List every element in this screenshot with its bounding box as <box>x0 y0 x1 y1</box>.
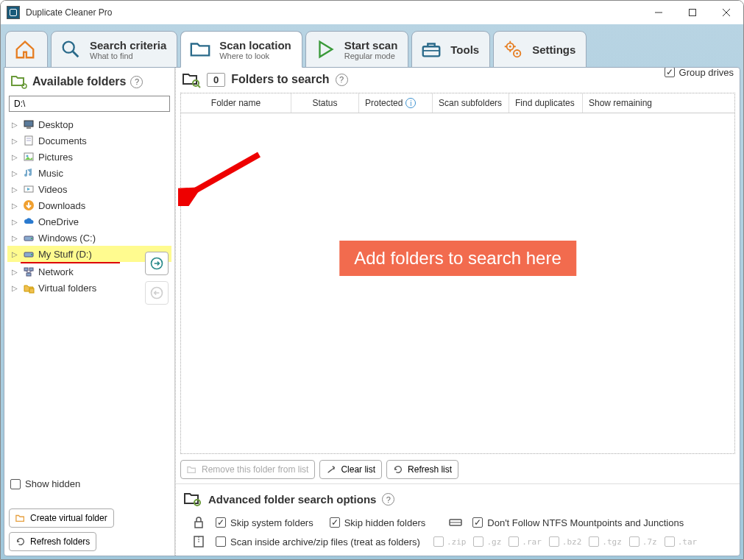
path-input[interactable] <box>9 96 170 112</box>
svg-point-27 <box>31 238 32 239</box>
tree-item[interactable]: ▷Desktop <box>7 116 171 132</box>
expand-icon[interactable]: ▷ <box>12 169 19 177</box>
magnifier-icon <box>59 38 82 61</box>
col-status[interactable]: Status <box>291 93 359 113</box>
skip-hidden-checkbox[interactable]: Skip hidden folders <box>330 517 426 528</box>
tab-label: Tools <box>450 43 479 56</box>
svg-point-9 <box>509 46 511 48</box>
show-hidden-checkbox[interactable]: Show hidden <box>10 478 170 489</box>
col-protected[interactable]: Protectedi <box>359 93 433 113</box>
monitor-icon <box>22 118 35 131</box>
folder-search-icon <box>182 69 201 91</box>
folders-to-search-pane: 0 Folders to search ? Group drives Folde… <box>175 68 740 556</box>
tree-item-label: Windows (C:) <box>38 233 96 244</box>
help-icon[interactable]: ? <box>336 74 348 86</box>
tree-item[interactable]: ▷Music <box>7 165 171 181</box>
tab-sub: What to find <box>90 52 166 60</box>
tree-item[interactable]: ▷Windows (C:) <box>7 230 171 246</box>
advanced-title: Advanced folder search options <box>208 493 376 506</box>
folder-icon <box>188 38 212 61</box>
add-folder-button[interactable] <box>145 252 169 275</box>
tree-item-label: Downloads <box>38 200 85 211</box>
window-title: Duplicate Cleaner Pro <box>26 7 112 18</box>
expand-icon[interactable]: ▷ <box>12 185 19 194</box>
col-show-remaining[interactable]: Show remaining <box>583 93 734 113</box>
ntfs-checkbox[interactable]: Don't Follow NTFS Mountpoints and Juncti… <box>472 517 684 528</box>
col-find-duplicates[interactable]: Find duplicates <box>509 93 583 113</box>
tree-item-label: Music <box>38 168 63 179</box>
tab-label: Search criteria <box>90 39 166 52</box>
tab-label: Start scan <box>344 39 398 52</box>
network-icon <box>22 265 35 278</box>
tree-item-label: Pictures <box>38 152 73 163</box>
col-scan-subfolders[interactable]: Scan subfolders <box>433 93 509 113</box>
tree-item[interactable]: ▷Downloads <box>7 197 171 213</box>
tree-item[interactable]: ▷OneDrive <box>7 213 171 230</box>
col-folder-name[interactable]: Folder name <box>181 93 291 113</box>
placeholder-banner: Add folders to search here <box>339 241 576 276</box>
expand-icon[interactable]: ▷ <box>12 153 19 161</box>
tab-start-scan[interactable]: Start scanRegular mode <box>305 31 409 68</box>
refresh-list-button[interactable]: Refresh list <box>386 460 458 479</box>
titlebar: Duplicate Cleaner Pro <box>1 1 743 24</box>
tab-tools[interactable]: Tools <box>411 31 490 68</box>
minimize-button[interactable] <box>642 1 676 24</box>
group-drives-checkbox[interactable]: Group drives <box>665 67 734 78</box>
app-icon <box>7 6 20 19</box>
expand-icon[interactable]: ▷ <box>12 218 19 226</box>
table-header: Folder name Status Protectedi Scan subfo… <box>181 93 734 113</box>
folders-to-search-title: Folders to search <box>231 73 329 86</box>
help-icon[interactable]: ? <box>130 76 143 88</box>
available-folders-pane: Available folders ? ▷Desktop▷Documents▷P… <box>4 68 175 556</box>
ext-checkbox: .zip <box>433 536 467 547</box>
expand-icon[interactable]: ▷ <box>12 121 19 129</box>
ext-checkbox: .tar <box>665 536 698 547</box>
expand-icon[interactable]: ▷ <box>12 202 19 210</box>
scan-archive-checkbox[interactable]: Scan inside archive/zip files (treat as … <box>216 536 420 547</box>
svg-point-11 <box>516 52 518 54</box>
home-icon <box>13 38 37 61</box>
tab-scan-location[interactable]: Scan locationWhere to look <box>180 31 302 68</box>
expand-icon[interactable]: ▷ <box>12 137 19 145</box>
svg-rect-42 <box>195 522 202 528</box>
tree-item-label: Virtual folders <box>38 283 96 294</box>
folder-tree-icon <box>10 72 28 92</box>
gears-icon <box>501 38 525 61</box>
svg-point-29 <box>31 254 32 255</box>
refresh-folders-button[interactable]: Refresh folders <box>9 532 96 551</box>
music-icon <box>22 166 35 180</box>
help-icon[interactable]: ? <box>382 493 394 506</box>
tab-home[interactable] <box>5 31 48 68</box>
tree-item[interactable]: ▷Videos <box>7 181 171 197</box>
clear-list-button[interactable]: Clear list <box>319 460 382 479</box>
remove-this-folder-button: Remove this folder from list <box>180 460 315 479</box>
create-virtual-folder-button[interactable]: Create virtual folder <box>9 508 114 528</box>
skip-system-checkbox[interactable]: Skip system folders <box>216 517 313 528</box>
archive-icon <box>191 535 207 548</box>
tree-item[interactable]: ▷Documents <box>7 132 171 149</box>
pics-icon <box>22 150 35 163</box>
vfolder-icon <box>22 281 35 294</box>
show-hidden-label: Show hidden <box>25 478 80 489</box>
tab-search-criteria[interactable]: Search criteriaWhat to find <box>51 31 177 68</box>
svg-rect-31 <box>29 268 33 271</box>
tree-item-label: My Stuff (D:) <box>38 249 92 260</box>
expand-icon[interactable]: ▷ <box>12 268 19 276</box>
svg-rect-17 <box>24 121 33 127</box>
svg-rect-1 <box>690 10 696 16</box>
ext-checkbox: .rar <box>509 536 542 547</box>
drive-icon <box>22 247 35 260</box>
tab-settings[interactable]: Settings <box>493 31 587 68</box>
expand-icon[interactable]: ▷ <box>12 284 19 292</box>
expand-icon[interactable]: ▷ <box>12 234 19 242</box>
ext-checkbox: .7z <box>629 536 657 547</box>
tab-label: Settings <box>532 43 575 56</box>
maximize-button[interactable] <box>676 1 709 24</box>
tree-item[interactable]: ▷Pictures <box>7 149 171 165</box>
svg-rect-30 <box>24 268 28 271</box>
tab-sub: Where to look <box>219 52 291 60</box>
expand-icon[interactable]: ▷ <box>12 250 19 258</box>
info-icon[interactable]: i <box>405 98 416 108</box>
tab-label: Scan location <box>219 39 291 52</box>
close-button[interactable] <box>709 1 743 24</box>
